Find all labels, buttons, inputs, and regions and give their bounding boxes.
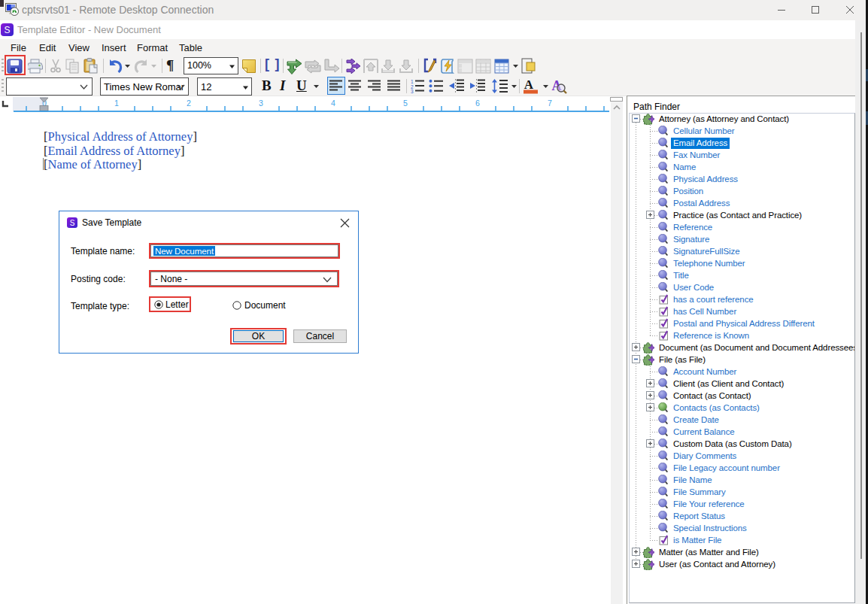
svg-text:S: S (4, 25, 10, 35)
svg-text:1: 1 (114, 99, 119, 108)
svg-text:3: 3 (259, 99, 263, 108)
svg-text:6: 6 (475, 99, 480, 108)
svg-text:7: 7 (548, 99, 552, 108)
svg-text:3: 3 (411, 89, 414, 93)
svg-text:4: 4 (331, 99, 335, 108)
svg-text:5: 5 (403, 99, 408, 108)
svg-text:2: 2 (187, 99, 191, 108)
svg-text:S: S (70, 219, 75, 227)
svg-text:A: A (524, 77, 534, 92)
